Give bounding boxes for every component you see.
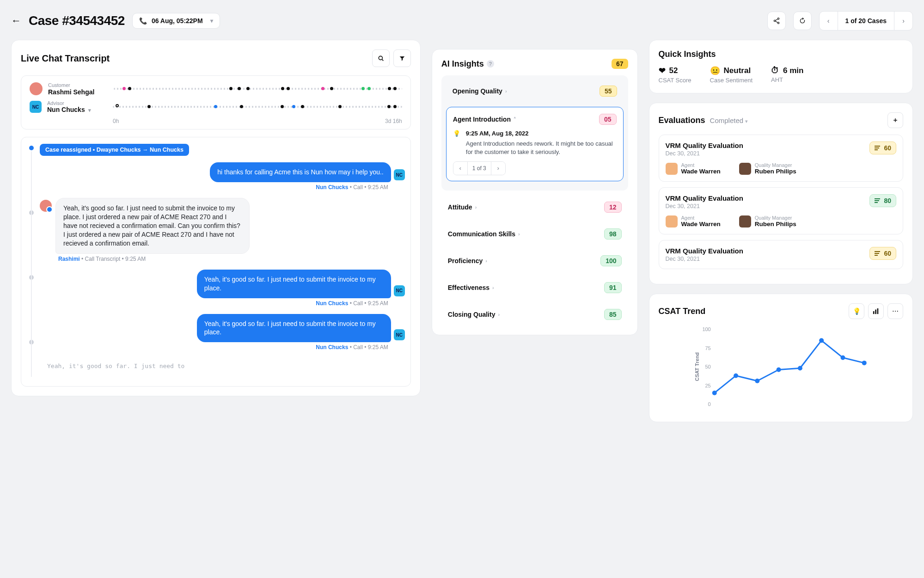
- insight-row-attitude[interactable]: Attitude›12: [441, 196, 628, 218]
- evaluation-date: Dec 30, 2021: [666, 203, 743, 209]
- refresh-button[interactable]: [793, 12, 812, 30]
- insight-row-agent-introduction: Agent Introduction˄ 05 💡 9:25 AM, Aug 18…: [446, 107, 624, 181]
- lightbulb-icon: 💡: [453, 129, 460, 138]
- chevron-down-icon: ▾: [87, 107, 91, 113]
- evaluation-agent: AgentWade Warren: [666, 162, 721, 175]
- thread-node: [29, 146, 34, 150]
- trend-bulb-button[interactable]: 💡: [849, 303, 864, 319]
- back-button[interactable]: ←: [11, 15, 21, 27]
- advisor-select[interactable]: Nun Chucks ▾: [47, 106, 107, 113]
- insight-body: Agent Introduction needs rework. It migh…: [466, 140, 617, 156]
- share-button[interactable]: [767, 12, 786, 30]
- evaluation-quality-manager: Quality ManagerRuben Philips: [739, 162, 796, 175]
- customer-name: Rashmi Sehgal: [48, 88, 108, 96]
- evaluation-score: 60: [869, 141, 896, 154]
- evaluation-score: 60: [869, 247, 896, 260]
- evaluation-card[interactable]: VRM Quality EvaluationDec 30, 202160Agen…: [659, 135, 903, 182]
- transcript-title: Live Chat Transcript: [21, 53, 110, 64]
- insight-row-effectiveness[interactable]: Effectiveness›91: [441, 277, 628, 299]
- advisor-mini-avatar: NC: [394, 329, 405, 340]
- pager-prev-button[interactable]: ‹: [820, 12, 838, 30]
- svg-rect-4: [873, 311, 875, 314]
- insight-score: 55: [600, 86, 617, 97]
- chevron-right-icon: ›: [518, 231, 520, 237]
- chevron-right-icon: ›: [498, 312, 500, 317]
- trend-chart-type-button[interactable]: [868, 303, 884, 319]
- insight-pager: ‹ 1 of 3 ›: [453, 161, 506, 175]
- message-meta: Rashimi • Call Transcript • 9:25 AM: [40, 256, 405, 262]
- ai-insights-card: AI Insights ? 67 Opening Quality› 55 Age…: [432, 49, 638, 335]
- svg-point-13: [712, 391, 716, 395]
- add-evaluation-button[interactable]: ＋: [887, 112, 903, 128]
- participants-panel: Customer Rashmi Sehgal NC Advisor N: [21, 75, 411, 129]
- chevron-right-icon: ›: [505, 88, 507, 94]
- svg-point-0: [777, 18, 779, 19]
- case-date-picker[interactable]: 📞 06 Aug, 05:22PM ▾: [132, 13, 220, 29]
- filter-icon: [399, 55, 405, 61]
- svg-point-15: [755, 379, 759, 383]
- info-icon[interactable]: ?: [487, 60, 494, 68]
- transcript-filter-button[interactable]: [393, 49, 411, 67]
- insight-pager-prev[interactable]: ‹: [453, 162, 467, 175]
- evaluation-agent: AgentWade Warren: [666, 215, 721, 228]
- chevron-right-icon: ›: [492, 285, 494, 290]
- insight-pager-next[interactable]: ›: [491, 162, 505, 175]
- timeline-start-label: 0h: [113, 118, 119, 124]
- chevron-up-icon[interactable]: ˄: [514, 117, 516, 123]
- evaluation-card[interactable]: VRM Quality EvaluationDec 30, 202160: [659, 240, 903, 269]
- insight-score: 91: [604, 282, 622, 293]
- transcript-search-button[interactable]: [372, 49, 390, 67]
- svg-text:100: 100: [702, 326, 710, 332]
- list-icon: [875, 146, 881, 150]
- svg-text:25: 25: [705, 383, 710, 388]
- svg-rect-5: [875, 310, 876, 314]
- neutral-face-icon: 😐: [710, 66, 720, 76]
- pager-label: 1 of 20 Cases: [838, 12, 894, 30]
- csat-trend-title: CSAT Trend: [659, 307, 706, 316]
- svg-text:CSAT Trend: CSAT Trend: [694, 352, 699, 381]
- evaluation-title: VRM Quality Evaluation: [666, 247, 743, 255]
- quick-insight-aht: ⏱6 min AHT: [771, 66, 803, 84]
- lightbulb-icon: 💡: [853, 307, 861, 315]
- case-title: Case #34543452: [29, 13, 125, 28]
- quick-insight-csat: ❤52 CSAT Score: [659, 66, 691, 84]
- svg-point-1: [774, 20, 775, 21]
- insight-row-closing-quality[interactable]: Closing Quality›85: [441, 303, 628, 326]
- refresh-icon: [799, 17, 806, 25]
- advisor-role-label: Advisor: [47, 100, 107, 106]
- svg-point-16: [776, 367, 781, 372]
- message-meta: Nun Chucks • Call • 9:25 AM: [40, 184, 405, 191]
- message-meta: Nun Chucks • Call • 9:25 AM: [40, 300, 405, 307]
- customer-role-label: Customer: [48, 82, 108, 88]
- message-bubble: Yeah, it's good so far. I just need to s…: [197, 270, 391, 298]
- ai-overall-score: 67: [612, 59, 628, 69]
- customer-timeline: [114, 86, 402, 91]
- csat-trend-card: CSAT Trend 💡 ⋯ CSAT Trend0255075100: [649, 294, 913, 422]
- case-date-label: 06 Aug, 05:22PM: [152, 17, 203, 25]
- insight-score: 85: [604, 309, 622, 320]
- pager-next-button[interactable]: ›: [894, 12, 912, 30]
- evaluation-score: 80: [869, 194, 896, 207]
- transcript-thread: Case reassigned • Dwayne Chucks → Nun Ch…: [21, 137, 411, 387]
- svg-point-19: [840, 356, 845, 360]
- insight-row-proficiency[interactable]: Proficiency›100: [441, 250, 628, 272]
- svg-point-3: [379, 56, 382, 60]
- insight-row-communication-skills[interactable]: Communication Skills›98: [441, 223, 628, 245]
- evaluation-card[interactable]: VRM Quality EvaluationDec 30, 202180Agen…: [659, 187, 903, 234]
- insight-score: 12: [604, 202, 622, 213]
- insight-row-opening[interactable]: Opening Quality› 55: [446, 80, 624, 102]
- message-bubble: Yeah, it's good so far. I just need to s…: [197, 314, 391, 343]
- chevron-down-icon: ▾: [745, 118, 748, 124]
- evaluation-title: VRM Quality Evaluation: [666, 141, 743, 149]
- svg-point-14: [734, 373, 738, 378]
- trend-more-button[interactable]: ⋯: [887, 303, 903, 319]
- evaluations-state-filter[interactable]: Completed ▾: [710, 117, 748, 124]
- chevron-right-icon: ›: [485, 258, 487, 264]
- system-event-pill: Case reassigned • Dwayne Chucks → Nun Ch…: [40, 144, 189, 156]
- quick-insight-sentiment: 😐Neutral Case Sentiment: [710, 66, 753, 84]
- list-icon: [875, 251, 881, 256]
- bar-chart-icon: [873, 308, 879, 314]
- advisor-avatar: NC: [30, 101, 42, 113]
- svg-point-20: [862, 361, 866, 365]
- evaluations-card: Evaluations Completed ▾ ＋ VRM Quality Ev…: [649, 103, 913, 284]
